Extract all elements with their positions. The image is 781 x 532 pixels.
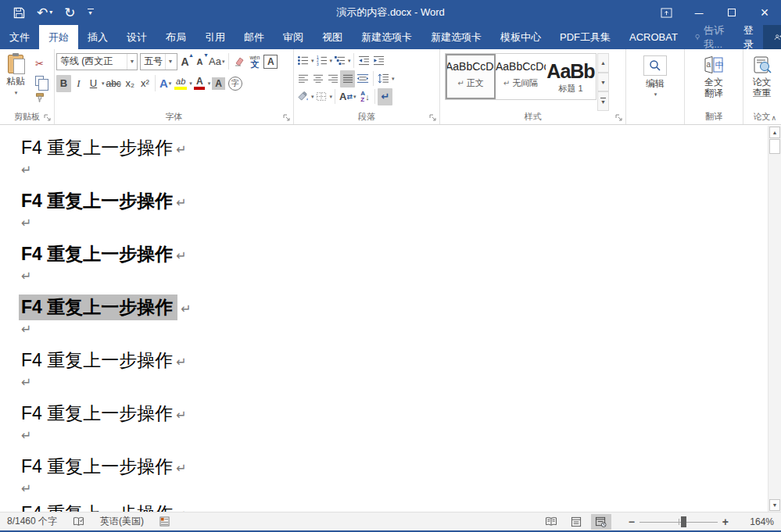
tab-insert[interactable]: 插入: [78, 25, 117, 49]
style-heading-1[interactable]: AaBb 标题 1: [546, 54, 596, 99]
proofing-status-icon[interactable]: [73, 516, 84, 527]
document-line[interactable]: F4 重复上一步操作↵: [21, 455, 768, 481]
tab-layout[interactable]: 布局: [156, 25, 195, 49]
font-size-combo[interactable]: 五号 ▼: [140, 53, 177, 70]
align-left-icon[interactable]: [296, 70, 310, 87]
empty-paragraph[interactable]: ↵: [21, 162, 768, 189]
tab-pdf-tools[interactable]: PDF工具集: [550, 25, 620, 49]
empty-paragraph[interactable]: ↵: [21, 269, 768, 295]
scroll-down-icon[interactable]: ▼: [769, 499, 780, 511]
paragraph-dialog-launcher[interactable]: [429, 114, 437, 122]
editing-dropdown-icon[interactable]: ▾: [654, 91, 657, 98]
subscript-button[interactable]: x₂: [123, 75, 138, 92]
macro-record-icon[interactable]: [159, 516, 170, 527]
highlight-color-button[interactable]: ab: [173, 75, 188, 92]
document-line[interactable]: F4 重复上一步操作↵: [21, 402, 768, 428]
enclose-characters-button[interactable]: 字: [227, 75, 244, 92]
clear-formatting-icon[interactable]: [231, 53, 247, 70]
minimize-icon[interactable]: ─: [682, 0, 715, 25]
paste-button[interactable]: 粘贴 ▾: [2, 52, 30, 111]
style-no-spacing[interactable]: AaBbCcDc ↵ 无间隔: [496, 54, 546, 99]
tab-acrobat[interactable]: ACROBAT: [620, 25, 687, 49]
font-name-combo[interactable]: 等线 (西文正 ▼: [56, 53, 138, 70]
document-line[interactable]: F4 重复上一步操作↵: [21, 189, 768, 216]
text-effects-button[interactable]: A▾: [158, 75, 173, 92]
customize-qat-icon[interactable]: ▾: [88, 9, 94, 16]
underline-button[interactable]: U: [86, 75, 101, 92]
phonetic-guide-button[interactable]: wén 文: [247, 53, 262, 70]
undo-button[interactable]: ↶▾: [37, 6, 52, 20]
document-canvas[interactable]: F4 重复上一步操作↵ ↵ F4 重复上一步操作↵ ↵ F4 重复上一步操作↵ …: [0, 126, 768, 512]
ribbon-display-options-icon[interactable]: [650, 0, 682, 25]
cut-icon[interactable]: ✂: [32, 56, 47, 70]
styles-scroll-up-icon[interactable]: ▲: [597, 53, 609, 73]
word-count[interactable]: 8/1460 个字: [7, 515, 57, 528]
collapse-ribbon-icon[interactable]: ∧: [771, 114, 776, 122]
align-center-icon[interactable]: [310, 70, 325, 87]
zoom-out-button[interactable]: −: [624, 516, 639, 528]
character-shading-button[interactable]: A: [210, 75, 227, 92]
style-normal[interactable]: AaBbCcDc ↵ 正文: [446, 54, 496, 99]
format-painter-icon[interactable]: [32, 91, 47, 105]
tab-new-tab-2[interactable]: 新建选项卡: [421, 25, 491, 49]
tab-review[interactable]: 审阅: [274, 25, 313, 49]
bold-button[interactable]: B: [56, 75, 71, 92]
multilevel-list-icon[interactable]: [332, 52, 347, 70]
sign-in-button[interactable]: 登录: [734, 25, 763, 49]
multilevel-dropdown-icon[interactable]: ▾: [348, 58, 351, 64]
scroll-up-icon[interactable]: ▲: [769, 127, 780, 138]
tab-mailings[interactable]: 邮件: [235, 25, 274, 49]
document-line-selected[interactable]: F4 重复上一步操作↵: [21, 295, 768, 322]
line-spacing-icon[interactable]: [376, 70, 391, 87]
shading-dropdown-icon[interactable]: ▾: [311, 94, 314, 100]
zoom-level[interactable]: 164%: [743, 516, 774, 527]
increase-indent-icon[interactable]: [371, 52, 386, 70]
bullets-dropdown-icon[interactable]: ▾: [311, 58, 314, 64]
show-hide-paragraph-marks-button[interactable]: ↵: [378, 88, 392, 105]
zoom-in-button[interactable]: +: [718, 516, 733, 528]
tab-references[interactable]: 引用: [195, 25, 235, 49]
thesis-check-button[interactable]: 论文查重: [751, 52, 773, 111]
styles-more-icon[interactable]: ▼: [597, 91, 609, 111]
font-color-button[interactable]: A: [192, 75, 207, 92]
editing-button[interactable]: 编辑 ▾: [643, 52, 667, 111]
shrink-font-button[interactable]: A▼: [192, 53, 207, 70]
clipboard-dialog-launcher[interactable]: [44, 114, 52, 122]
empty-paragraph[interactable]: ↵: [21, 375, 768, 402]
styles-scroll-down-icon[interactable]: ▼: [597, 73, 609, 92]
print-layout-icon[interactable]: [566, 514, 586, 530]
read-mode-icon[interactable]: [541, 514, 561, 530]
tab-template-center[interactable]: 模板中心: [491, 25, 550, 49]
document-line-clipped[interactable]: F4 重复上一步操作↵: [21, 502, 768, 512]
underline-dropdown-icon[interactable]: ▾: [102, 80, 105, 87]
save-icon[interactable]: [13, 7, 25, 19]
language-status[interactable]: 英语(美国): [100, 515, 144, 528]
decrease-indent-icon[interactable]: [356, 52, 371, 70]
full-text-translate-button[interactable]: a中 全文翻译: [703, 52, 725, 111]
grow-font-button[interactable]: A▲: [177, 53, 192, 70]
font-dialog-launcher[interactable]: [283, 114, 291, 122]
tab-design[interactable]: 设计: [117, 25, 156, 49]
tab-new-tab-1[interactable]: 新建选项卡: [352, 25, 421, 49]
redo-button[interactable]: ↻: [64, 6, 75, 20]
scrollbar-thumb[interactable]: [769, 139, 780, 154]
asian-layout-button[interactable]: A⇄▾: [338, 88, 357, 105]
close-icon[interactable]: ×: [748, 0, 781, 25]
change-case-button[interactable]: Aa▾: [207, 53, 226, 70]
vertical-scrollbar[interactable]: ▲ ▼: [768, 126, 781, 512]
font-name-dropdown-icon[interactable]: ▼: [127, 54, 137, 70]
font-size-dropdown-icon[interactable]: ▼: [165, 54, 175, 70]
sort-icon[interactable]: AZ ↓: [357, 88, 372, 105]
distributed-icon[interactable]: [355, 70, 371, 87]
document-line[interactable]: F4 重复上一步操作↵: [21, 348, 768, 375]
maximize-icon[interactable]: [715, 0, 748, 25]
tab-home[interactable]: 开始: [39, 25, 78, 49]
superscript-button[interactable]: x²: [138, 75, 152, 92]
zoom-slider[interactable]: [639, 516, 718, 528]
tell-me-box[interactable]: 告诉我...: [687, 25, 734, 49]
empty-paragraph[interactable]: ↵: [21, 428, 768, 455]
strikethrough-button[interactable]: abc: [105, 75, 123, 92]
character-border-button[interactable]: A: [262, 53, 279, 70]
numbering-icon[interactable]: 123: [314, 52, 329, 70]
justify-icon[interactable]: [340, 70, 355, 87]
